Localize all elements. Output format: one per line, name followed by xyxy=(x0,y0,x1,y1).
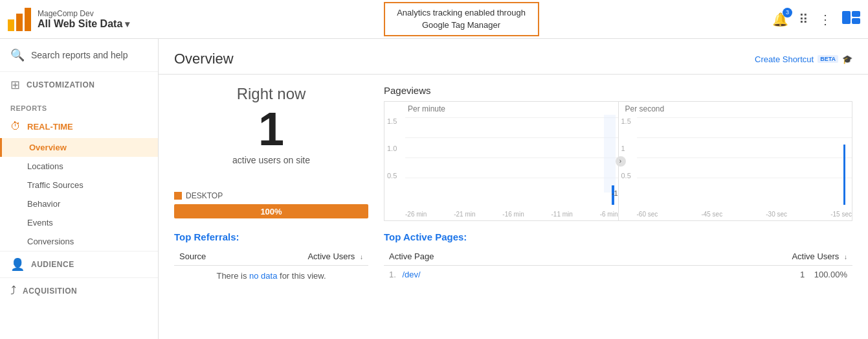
sidebar-sub-overview[interactable]: Overview xyxy=(0,138,158,157)
svg-rect-0 xyxy=(8,19,14,31)
account-switcher-icon xyxy=(842,8,860,27)
header-right: 🔔 3 ⠿ ⋮ xyxy=(772,8,860,30)
no-data-message: There is no data for this view. xyxy=(174,266,368,286)
site-dropdown-arrow[interactable]: ▾ xyxy=(125,19,129,29)
svg-rect-4 xyxy=(852,11,860,17)
header-title-block: MageComp Dev All Web Site Data ▾ xyxy=(38,9,129,30)
realtime-label: REAL-TIME xyxy=(27,122,73,132)
sidebar-sub-events[interactable]: Events xyxy=(0,213,158,232)
sidebar-sub-behavior[interactable]: Behavior xyxy=(0,194,158,213)
left-panel: Right now 1 active users on site DESKTOP… xyxy=(174,85,368,286)
sidebar-sub-conversions[interactable]: Conversions xyxy=(0,232,158,251)
reports-section-label: Reports xyxy=(0,98,158,115)
main-content: Overview Create Shortcut BETA 🎓 Right no… xyxy=(159,39,868,339)
sidebar-item-realtime[interactable]: ⏱ REAL-TIME xyxy=(0,115,158,138)
more-icon[interactable]: ⋮ xyxy=(819,12,832,27)
referrals-table: Source Active Users ↓ xyxy=(174,248,368,286)
pageviews-title: Pageviews xyxy=(384,85,852,96)
body: 🔍 Search reports and help ⊞ CUSTOMIZATIO… xyxy=(0,39,868,339)
active-page-row: 1. /dev/ 1 100.00% xyxy=(384,266,852,284)
per-second-label: Per second xyxy=(619,104,852,113)
active-user-count: 1 xyxy=(174,106,368,152)
active-pages-col-users[interactable]: Active Users ↓ xyxy=(598,248,852,266)
customization-icon: ⊞ xyxy=(10,78,20,92)
gridline-1 xyxy=(405,117,618,118)
main-body: Right now 1 active users on site DESKTOP… xyxy=(159,75,868,296)
right-panel: Pageviews Per minute 1.5 1.0 0.5 xyxy=(384,85,852,286)
sidebar-item-acquisition[interactable]: ⤴ ACQUISITION xyxy=(0,277,158,303)
per-minute-current-value: -1 xyxy=(612,189,618,197)
customization-label: CUSTOMIZATION xyxy=(27,80,95,89)
device-section: DESKTOP 100% xyxy=(174,191,368,218)
per-second-x-labels: -60 sec -45 sec -30 sec -15 sec xyxy=(637,211,852,218)
header-center: Analytics tracking enabled through Googl… xyxy=(150,2,772,36)
gridline-3 xyxy=(405,158,618,158)
svg-rect-5 xyxy=(852,18,860,24)
gridline-s3 xyxy=(637,158,852,158)
sidebar: 🔍 Search reports and help ⊞ CUSTOMIZATIO… xyxy=(0,39,159,339)
header: MageComp Dev All Web Site Data ▾ Analyti… xyxy=(0,0,868,39)
active-page-users-cell: 1 100.00% xyxy=(598,266,852,284)
audience-label: AUDIENCE xyxy=(31,260,74,269)
main-header: Overview Create Shortcut BETA 🎓 xyxy=(159,39,868,75)
desktop-progress-bar-container: 100% xyxy=(174,204,368,218)
top-referrals-title: Top Referrals: xyxy=(174,231,368,242)
per-second-pane: Per second 1.5 1 0.5 xyxy=(619,102,852,220)
right-now-label: Right now xyxy=(174,85,368,103)
device-color-indicator xyxy=(174,192,182,200)
gridline-2 xyxy=(405,137,618,138)
account-icon[interactable] xyxy=(842,8,860,30)
apps-icon[interactable]: ⠿ xyxy=(799,12,808,27)
top-active-pages-section: Top Active Pages: Active Page Active Use… xyxy=(384,231,852,283)
notification-badge: 3 xyxy=(783,8,792,18)
highlight-region xyxy=(604,115,616,193)
svg-rect-2 xyxy=(25,8,31,31)
sidebar-sub-traffic-sources[interactable]: Traffic Sources xyxy=(0,176,158,194)
gridline-s1 xyxy=(637,117,852,118)
sort-arrow-pages: ↓ xyxy=(844,253,847,261)
referrals-col-source[interactable]: Source xyxy=(174,248,244,266)
svg-rect-3 xyxy=(842,11,851,24)
search-text: Search reports and help xyxy=(31,50,128,60)
sidebar-item-audience[interactable]: 👤 AUDIENCE xyxy=(0,251,158,277)
active-page-cell: 1. /dev/ xyxy=(384,266,598,284)
shortcut-icon: 🎓 xyxy=(842,54,852,64)
active-pages-table: Active Page Active Users ↓ xyxy=(384,248,852,283)
top-referrals-section: Top Referrals: Source Active Users ↓ xyxy=(174,231,368,286)
per-minute-label: Per minute xyxy=(384,104,618,113)
page-title: Overview xyxy=(174,51,234,67)
sort-arrow-icon: ↓ xyxy=(360,253,363,261)
per-second-bar xyxy=(843,145,845,205)
sidebar-search[interactable]: 🔍 Search reports and help xyxy=(0,39,158,72)
realtime-icon: ⏱ xyxy=(10,121,21,132)
gridline-s4 xyxy=(637,178,852,178)
active-pages-col-page[interactable]: Active Page xyxy=(384,248,598,266)
gridline-4 xyxy=(405,178,618,178)
pageviews-section: Pageviews Per minute 1.5 1.0 0.5 xyxy=(384,85,852,221)
sidebar-sub-locations[interactable]: Locations xyxy=(0,157,158,176)
referrals-col-users[interactable]: Active Users ↓ xyxy=(244,248,368,266)
pane-toggle-btn[interactable]: › xyxy=(616,156,626,167)
per-minute-y-labels: 1.5 1.0 0.5 xyxy=(387,117,397,180)
referrals-no-data-row: There is no data for this view. xyxy=(174,266,368,286)
page-link[interactable]: /dev/ xyxy=(402,270,420,279)
beta-badge: BETA xyxy=(818,55,838,63)
tracking-banner: Analytics tracking enabled through Googl… xyxy=(384,2,539,36)
audience-icon: 👤 xyxy=(10,257,25,272)
logo-icon xyxy=(8,8,31,31)
per-minute-pane: Per minute 1.5 1.0 0.5 xyxy=(384,102,619,220)
active-subtitle: active users on site xyxy=(174,155,368,165)
svg-rect-1 xyxy=(16,14,23,31)
active-pages-title: Top Active Pages: xyxy=(384,231,852,242)
search-icon: 🔍 xyxy=(10,48,25,62)
device-label: DESKTOP xyxy=(174,191,368,200)
sidebar-item-customization[interactable]: ⊞ CUSTOMIZATION xyxy=(0,72,158,98)
notification-icon[interactable]: 🔔 3 xyxy=(772,12,788,27)
pageviews-chart: Per minute 1.5 1.0 0.5 xyxy=(384,101,852,221)
app-name: MageComp Dev xyxy=(38,9,129,18)
per-minute-x-labels: -26 min -21 min -16 min -11 min -6 min xyxy=(405,211,618,218)
create-shortcut-button[interactable]: Create Shortcut BETA 🎓 xyxy=(755,54,852,64)
per-second-y-labels: 1.5 1 0.5 xyxy=(621,117,631,180)
header-logo: MageComp Dev All Web Site Data ▾ xyxy=(8,8,150,31)
site-name[interactable]: All Web Site Data ▾ xyxy=(38,18,129,30)
